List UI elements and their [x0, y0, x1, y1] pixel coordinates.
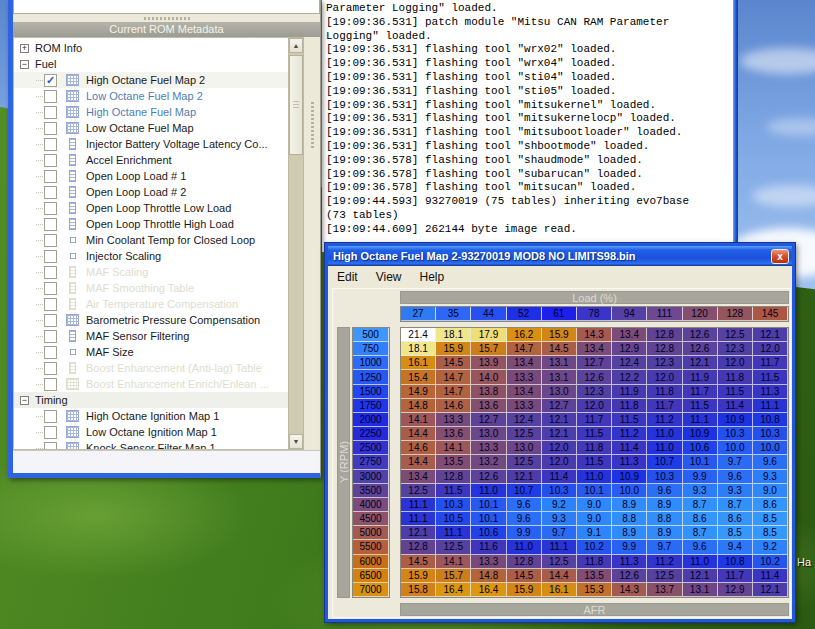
cell-3000-111[interactable]: 10.3: [647, 470, 682, 484]
x-header-145[interactable]: 145: [753, 307, 788, 321]
cell-2000-111[interactable]: 11.2: [647, 413, 682, 427]
cell-6500-61[interactable]: 14.4: [542, 569, 577, 583]
cell-500-128[interactable]: 12.5: [718, 328, 753, 342]
cell-5500-27[interactable]: 12.8: [401, 540, 436, 554]
y-header-3500[interactable]: 3500: [353, 484, 389, 498]
cell-500-120[interactable]: 12.6: [683, 328, 718, 342]
cell-4500-27[interactable]: 11.1: [401, 512, 436, 526]
cell-7000-61[interactable]: 16.1: [542, 583, 577, 597]
checkbox[interactable]: [44, 330, 57, 343]
checkbox[interactable]: [44, 154, 57, 167]
tree-item-rom-info[interactable]: +ROM Info: [14, 40, 288, 56]
cell-1250-78[interactable]: 12.6: [577, 370, 612, 384]
cell-750-78[interactable]: 13.4: [577, 342, 612, 356]
cell-4500-94[interactable]: 8.8: [612, 512, 647, 526]
y-header-5000[interactable]: 5000: [353, 526, 389, 540]
close-icon[interactable]: x: [771, 249, 789, 264]
cell-2750-44[interactable]: 13.2: [471, 455, 506, 469]
tree-item-open-loop-throttle-low-load[interactable]: Open Loop Throttle Low Load: [14, 200, 288, 216]
cell-3000-145[interactable]: 9.3: [753, 470, 788, 484]
cell-3500-44[interactable]: 11.0: [471, 484, 506, 498]
tree-item-maf-size[interactable]: MAF Size: [14, 344, 288, 360]
cell-750-27[interactable]: 18.1: [401, 342, 436, 356]
cell-4000-52[interactable]: 9.6: [507, 498, 542, 512]
y-header-500[interactable]: 500: [353, 328, 389, 342]
vertical-splitter[interactable]: [304, 37, 320, 450]
cell-7000-128[interactable]: 12.9: [718, 583, 753, 597]
checkbox[interactable]: [44, 186, 57, 199]
cell-2750-35[interactable]: 13.5: [436, 455, 471, 469]
cell-5500-145[interactable]: 9.2: [753, 540, 788, 554]
cell-3500-145[interactable]: 9.0: [753, 484, 788, 498]
cell-2750-94[interactable]: 11.3: [612, 455, 647, 469]
cell-2750-120[interactable]: 10.1: [683, 455, 718, 469]
cell-5500-44[interactable]: 11.6: [471, 540, 506, 554]
cell-6000-44[interactable]: 13.3: [471, 555, 506, 569]
cell-4000-111[interactable]: 8.9: [647, 498, 682, 512]
cell-5500-111[interactable]: 9.7: [647, 540, 682, 554]
cell-7000-44[interactable]: 16.4: [471, 583, 506, 597]
y-header-750[interactable]: 750: [353, 342, 389, 356]
cell-4000-94[interactable]: 8.9: [612, 498, 647, 512]
cell-2750-78[interactable]: 11.5: [577, 455, 612, 469]
tree-item-high-octane-ignition-map-1[interactable]: High Octane Ignition Map 1: [14, 408, 288, 424]
tree-item-timing[interactable]: −Timing: [14, 392, 288, 408]
cell-7000-35[interactable]: 16.4: [436, 583, 471, 597]
cell-5000-52[interactable]: 9.9: [507, 526, 542, 540]
scrollbar-track[interactable]: [289, 155, 303, 434]
tree-item-open-loop-load-2[interactable]: Open Loop Load # 2: [14, 184, 288, 200]
y-header-7000[interactable]: 7000: [353, 583, 389, 597]
tree-item-open-loop-load-1[interactable]: Open Loop Load # 1: [14, 168, 288, 184]
cell-6500-35[interactable]: 15.7: [436, 569, 471, 583]
tree-item-injector-scaling[interactable]: Injector Scaling: [14, 248, 288, 264]
cell-1250-27[interactable]: 15.4: [401, 370, 436, 384]
cell-6500-128[interactable]: 11.7: [718, 569, 753, 583]
checkbox[interactable]: [44, 218, 57, 231]
y-header-6000[interactable]: 6000: [353, 555, 389, 569]
cell-1250-120[interactable]: 11.9: [683, 370, 718, 384]
cell-2750-145[interactable]: 9.6: [753, 455, 788, 469]
cell-4500-61[interactable]: 9.3: [542, 512, 577, 526]
tree-item-low-octane-ignition-map-1[interactable]: Low Octane Ignition Map 1: [14, 424, 288, 440]
cell-500-52[interactable]: 16.2: [507, 328, 542, 342]
cell-1750-44[interactable]: 13.6: [471, 399, 506, 413]
cell-2250-27[interactable]: 14.4: [401, 427, 436, 441]
cell-1500-52[interactable]: 13.4: [507, 385, 542, 399]
cell-1750-94[interactable]: 11.8: [612, 399, 647, 413]
y-header-2500[interactable]: 2500: [353, 441, 389, 455]
tree-item-maf-scaling[interactable]: MAF Scaling: [14, 264, 288, 280]
cell-1000-27[interactable]: 16.1: [401, 356, 436, 370]
x-header-52[interactable]: 52: [507, 307, 542, 321]
cell-5000-94[interactable]: 8.9: [612, 526, 647, 540]
cell-4500-35[interactable]: 10.5: [436, 512, 471, 526]
cell-6500-111[interactable]: 12.5: [647, 569, 682, 583]
cell-3500-52[interactable]: 10.7: [507, 484, 542, 498]
cell-3000-52[interactable]: 12.1: [507, 470, 542, 484]
cell-6500-78[interactable]: 13.5: [577, 569, 612, 583]
cell-6500-145[interactable]: 11.4: [753, 569, 788, 583]
cell-3500-94[interactable]: 10.0: [612, 484, 647, 498]
cell-1500-35[interactable]: 14.7: [436, 385, 471, 399]
y-header-4000[interactable]: 4000: [353, 498, 389, 512]
cell-1000-61[interactable]: 13.1: [542, 356, 577, 370]
cell-1000-128[interactable]: 12.0: [718, 356, 753, 370]
cell-500-44[interactable]: 17.9: [471, 328, 506, 342]
cell-4000-78[interactable]: 9.0: [577, 498, 612, 512]
cell-1500-78[interactable]: 12.3: [577, 385, 612, 399]
x-header-44[interactable]: 44: [471, 307, 506, 321]
cell-3500-128[interactable]: 9.3: [718, 484, 753, 498]
tree-item-injector-battery-voltage-latency-co[interactable]: Injector Battery Voltage Latency Co...: [14, 136, 288, 152]
cell-1500-61[interactable]: 13.0: [542, 385, 577, 399]
cell-2250-78[interactable]: 11.5: [577, 427, 612, 441]
y-header-4500[interactable]: 4500: [353, 512, 389, 526]
collapse-icon[interactable]: −: [20, 396, 29, 405]
cell-500-78[interactable]: 14.3: [577, 328, 612, 342]
cell-6500-94[interactable]: 12.6: [612, 569, 647, 583]
rom-list-pane[interactable]: [13, 0, 320, 14]
cell-4000-44[interactable]: 10.1: [471, 498, 506, 512]
checkbox[interactable]: [44, 410, 57, 423]
cell-6000-94[interactable]: 11.3: [612, 555, 647, 569]
cell-750-61[interactable]: 14.5: [542, 342, 577, 356]
cell-4500-120[interactable]: 8.6: [683, 512, 718, 526]
cell-1250-145[interactable]: 11.5: [753, 370, 788, 384]
